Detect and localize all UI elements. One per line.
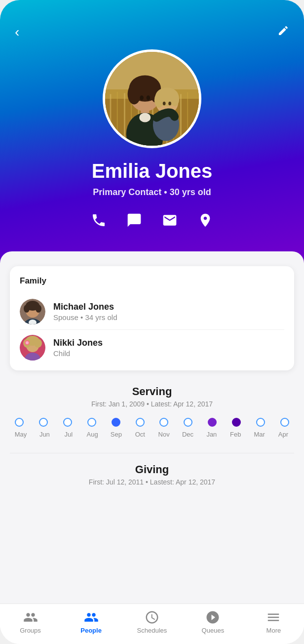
message-button[interactable] xyxy=(126,212,142,232)
schedules-icon xyxy=(145,610,159,625)
member-avatar-michael xyxy=(20,299,45,324)
label-oct: Oct xyxy=(131,431,149,438)
dot-jul xyxy=(63,418,72,427)
label-sep: Sep xyxy=(107,431,125,438)
svg-point-25 xyxy=(139,113,151,122)
svg-point-39 xyxy=(36,305,41,313)
svg-point-30 xyxy=(171,92,179,107)
profile-avatar xyxy=(103,49,201,148)
svg-rect-4 xyxy=(110,94,112,146)
profile-name: Emilia Jones xyxy=(92,160,213,182)
dot-jan xyxy=(208,418,217,427)
giving-section: Giving First: Jul 12, 2011 • Lastest: Ap… xyxy=(10,463,294,486)
header-nav: ‹ xyxy=(15,25,289,40)
avatar-image xyxy=(105,52,199,146)
family-title: Family xyxy=(20,276,284,286)
people-label: People xyxy=(80,627,102,634)
label-feb: Feb xyxy=(227,431,244,438)
label-aug: Aug xyxy=(83,431,101,438)
member-name: Michael Jones xyxy=(53,302,117,312)
svg-point-19 xyxy=(128,84,141,105)
svg-rect-14 xyxy=(180,94,182,146)
label-may: May xyxy=(12,431,30,438)
app-container: ‹ xyxy=(0,0,304,644)
phone-button[interactable] xyxy=(91,212,107,232)
schedules-label: Schedules xyxy=(137,627,167,634)
michael-avatar-image xyxy=(20,299,45,324)
edit-button[interactable] xyxy=(277,25,289,40)
member-role: Spouse • 34 yrs old xyxy=(53,313,117,322)
svg-point-32 xyxy=(168,102,171,106)
svg-rect-5 xyxy=(117,92,118,146)
dot-apr xyxy=(280,418,289,427)
queues-label: Queues xyxy=(202,627,225,634)
divider xyxy=(10,453,294,453)
member-avatar-nikki xyxy=(20,335,45,361)
label-dec: Dec xyxy=(179,431,197,438)
svg-point-21 xyxy=(140,95,144,100)
serving-title: Serving xyxy=(10,385,294,398)
action-icons xyxy=(91,212,213,232)
more-label: More xyxy=(266,627,281,634)
dot-jun xyxy=(39,418,48,427)
label-jun: Jun xyxy=(36,431,53,438)
more-icon xyxy=(266,610,281,625)
content-section: Family xyxy=(0,251,304,604)
bottom-nav: Groups People Schedules Queues More xyxy=(0,604,304,644)
nikki-avatar-image xyxy=(20,335,45,361)
svg-point-38 xyxy=(24,305,30,313)
serving-dates: First: Jan 1, 2009 • Latest: Apr 12, 201… xyxy=(10,400,294,408)
back-button[interactable]: ‹ xyxy=(15,25,19,39)
people-icon xyxy=(84,610,99,625)
nav-groups[interactable]: Groups xyxy=(16,610,45,634)
groups-icon xyxy=(23,610,38,625)
svg-point-31 xyxy=(163,102,166,106)
svg-point-47 xyxy=(26,341,29,344)
giving-dates: First: Jul 12, 2011 • Lastest: Apr 12, 2… xyxy=(10,478,294,486)
giving-title: Giving xyxy=(10,463,294,476)
svg-rect-15 xyxy=(187,92,188,146)
label-jul: Jul xyxy=(60,431,77,438)
header-section: ‹ xyxy=(0,0,304,271)
pencil-icon xyxy=(277,25,289,37)
svg-point-29 xyxy=(154,93,164,108)
timeline-dots xyxy=(10,418,294,427)
dot-dec xyxy=(184,418,192,427)
dot-mar xyxy=(256,418,265,427)
member-role: Child xyxy=(53,349,103,358)
member-info-michael: Michael Jones Spouse • 34 yrs old xyxy=(53,302,117,322)
location-button[interactable] xyxy=(197,212,213,232)
svg-point-22 xyxy=(147,95,151,100)
dot-may xyxy=(15,418,24,427)
dot-feb xyxy=(232,418,241,427)
queues-icon xyxy=(205,610,220,625)
list-item[interactable]: Michael Jones Spouse • 34 yrs old xyxy=(20,294,284,330)
list-item[interactable]: Nikki Jones Child xyxy=(20,330,284,361)
label-apr: Apr xyxy=(274,431,292,438)
dot-oct xyxy=(136,418,145,427)
nav-more[interactable]: More xyxy=(259,610,288,634)
member-name: Nikki Jones xyxy=(53,338,103,348)
email-button[interactable] xyxy=(162,212,178,232)
svg-rect-6 xyxy=(124,93,125,146)
svg-point-45 xyxy=(34,339,42,348)
member-info-nikki: Nikki Jones Child xyxy=(53,338,103,358)
dot-nov xyxy=(159,418,168,427)
family-card: Family xyxy=(10,266,294,370)
timeline-labels: May Jun Jul Aug Sep Oct Nov Dec Jan Feb … xyxy=(10,431,294,438)
dot-aug xyxy=(87,418,96,427)
profile-subtitle: Primary Contact • 30 yrs old xyxy=(93,187,211,198)
dot-sep xyxy=(112,418,120,427)
nav-queues[interactable]: Queues xyxy=(198,610,228,634)
label-nov: Nov xyxy=(155,431,173,438)
label-jan: Jan xyxy=(203,431,221,438)
serving-section: Serving First: Jan 1, 2009 • Latest: Apr… xyxy=(10,385,294,438)
nav-people[interactable]: People xyxy=(76,610,106,634)
label-mar: Mar xyxy=(251,431,268,438)
groups-label: Groups xyxy=(20,627,41,634)
nav-schedules[interactable]: Schedules xyxy=(137,610,167,634)
